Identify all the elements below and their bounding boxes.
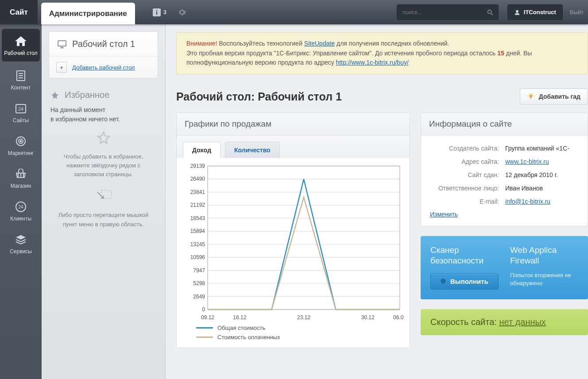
rail-label: Маркетинг [8, 150, 34, 156]
firewall-sub: Попыток вторжения не обнаружено [510, 271, 578, 287]
scanner-title: Сканер безопасности [430, 245, 499, 266]
tab-quantity[interactable]: Количество [225, 142, 280, 158]
rail-label: Клиенты [10, 216, 31, 222]
sales-chart-widget: Графики по продажам Доход Количество 026… [176, 112, 410, 348]
svg-rect-1 [156, 10, 157, 11]
svg-text:23.12: 23.12 [297, 314, 310, 321]
rail-sites[interactable]: 24 Сайты [0, 96, 42, 129]
svg-text:16.12: 16.12 [233, 314, 246, 321]
svg-text:24: 24 [18, 205, 23, 209]
buy-link[interactable]: http://www.1c-bitrix.ru/buy/ [336, 59, 409, 66]
rail-content[interactable]: Контент [0, 63, 42, 96]
favorites-section: Избранное На данный момент в избранном н… [49, 87, 158, 237]
info-icon [153, 8, 161, 16]
nav-rail: Рабочий стол Контент 24 Сайты Маркетинг … [0, 24, 42, 379]
svg-line-30 [532, 94, 533, 94]
info-key: E-mail: [430, 198, 505, 205]
info-key: Ответственное лицо: [430, 185, 505, 192]
svg-text:26490: 26490 [190, 176, 205, 182]
page-title: Рабочий стол: Рабочий стол 1 [176, 90, 520, 103]
target-icon [14, 135, 27, 147]
rail-marketing[interactable]: Маркетинг [0, 129, 42, 162]
alert-warning: Внимание! [186, 40, 217, 47]
rail-label: Рабочий стол [4, 50, 37, 56]
siteupdate-link[interactable]: SiteUpdate [304, 40, 335, 47]
star-outline-icon [49, 128, 158, 150]
svg-rect-2 [156, 12, 157, 15]
site-speed-widget: Скорость сайта: нет данных [421, 309, 588, 335]
sales-line-chart: 0264952987947105961324515894185432119223… [183, 162, 404, 322]
favorites-title: Избранное [65, 90, 109, 100]
user-menu[interactable]: ITConstruct [507, 4, 563, 20]
add-gadget-button[interactable]: Добавить гад [520, 89, 588, 104]
info-row: Ответственное лицо:Иван Иванов [430, 182, 579, 195]
chart-tabs: Доход Количество [177, 135, 410, 158]
info-value: Иван Иванов [505, 185, 579, 192]
svg-text:06.01: 06.01 [393, 314, 404, 321]
favorites-empty: На данный момент в избранном ничего нет. [49, 104, 158, 128]
svg-rect-60 [208, 166, 400, 309]
home-icon [14, 35, 27, 47]
scanner-run-button[interactable]: Выполнить [430, 273, 499, 290]
svg-text:23841: 23841 [190, 189, 205, 195]
svg-text:13245: 13245 [190, 241, 205, 248]
notifications-button[interactable]: 3 [147, 0, 173, 24]
desktop-title: Рабочий стол 1 [72, 39, 135, 49]
add-desktop-button[interactable]: + [56, 62, 67, 73]
rail-shop[interactable]: Магазин [0, 162, 42, 194]
tab-income[interactable]: Доход [183, 142, 220, 158]
sales-widget-title: Графики по продажам [177, 113, 410, 135]
dot-icon [441, 278, 446, 284]
desktop-title-row: Рабочий стол 1 [49, 32, 158, 57]
info-value[interactable]: info@1c-bitrix.ru [505, 198, 579, 205]
chart-legend: Общая стоимость Стоимость оплаченных [183, 322, 403, 340]
info-key: Создатель сайта: [430, 145, 505, 152]
info-widget-title: Информация о сайте [421, 113, 588, 135]
topbar: Сайт Администрирование 3 ITConstruct Вый… [0, 0, 588, 24]
tab-admin[interactable]: Администрирование [41, 3, 135, 24]
svg-line-29 [529, 94, 529, 94]
document-icon [14, 70, 27, 82]
star-icon [50, 91, 59, 100]
lightbulb-icon [527, 93, 534, 100]
info-change-link[interactable]: Изменить [430, 211, 458, 218]
settings-button[interactable] [173, 0, 191, 24]
firewall-title: Web ApplicaFirewall [510, 245, 578, 266]
info-value: 12 декабря 2010 г. [505, 171, 579, 178]
site-info-widget: Информация о сайте Создатель сайта:Групп… [421, 112, 588, 226]
clock-icon: 24 [14, 201, 27, 213]
svg-text:21192: 21192 [190, 202, 205, 208]
rail-label: Магазин [11, 183, 31, 189]
svg-point-5 [516, 10, 518, 12]
rail-clients[interactable]: 24 Клиенты [0, 194, 42, 227]
info-value[interactable]: www.1c-bitrix.ru [505, 158, 579, 165]
basket-icon [14, 168, 27, 180]
info-value: Группа компаний «1С- [505, 145, 579, 152]
svg-point-61 [441, 279, 445, 283]
svg-rect-20 [58, 41, 66, 46]
days-left: 15 [497, 50, 504, 57]
svg-rect-25 [530, 97, 531, 99]
search-input[interactable] [402, 5, 487, 19]
search-icon[interactable] [487, 9, 494, 16]
user-name: ITConstruct [524, 9, 556, 15]
calendar-icon: 24 [14, 102, 27, 115]
favorites-hint-2: Либо просто перетащите мышкой пункт меню… [49, 208, 158, 236]
tab-site[interactable]: Сайт [0, 0, 38, 24]
logout-link[interactable]: Выйт [565, 0, 588, 24]
desktop-card: Рабочий стол 1 + Добавить рабочий стол [49, 31, 158, 78]
gear-icon [178, 8, 186, 16]
rail-label: Сервисы [10, 248, 32, 255]
layers-icon [14, 233, 27, 246]
info-row: Создатель сайта:Группа компаний «1С- [430, 142, 579, 155]
rail-desktop[interactable]: Рабочий стол [2, 29, 40, 62]
speed-value-link[interactable]: нет данных [499, 317, 545, 327]
info-row: Сайт сдан:12 декабря 2010 г. [430, 168, 579, 182]
main-area: Внимание! Воспользуйтесь технологией Sit… [166, 24, 588, 379]
security-scanner-widget: Сканер безопасности Выполнить Web Applic… [421, 236, 588, 299]
add-desktop-link[interactable]: Добавить рабочий стол [72, 64, 135, 71]
favorites-hint-1: Чтобы добавить в избранное, нажмите звёз… [49, 150, 158, 187]
rail-services[interactable]: Сервисы [0, 227, 42, 260]
search-box[interactable] [397, 4, 499, 20]
svg-text:10596: 10596 [190, 254, 205, 260]
